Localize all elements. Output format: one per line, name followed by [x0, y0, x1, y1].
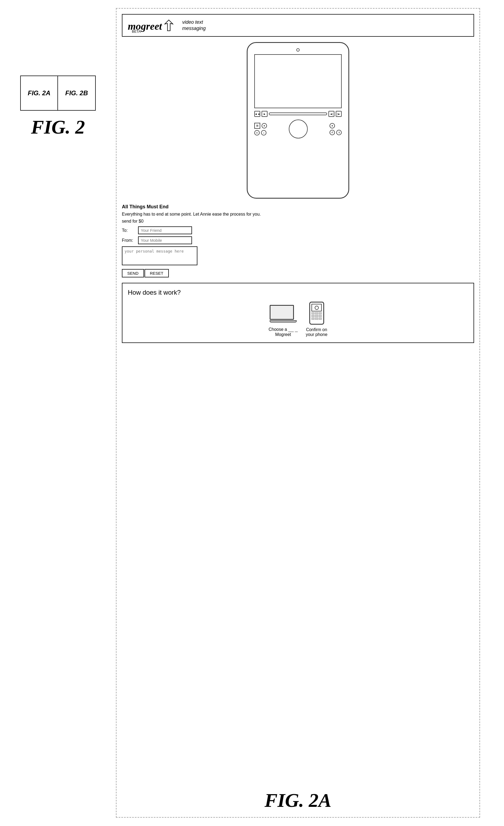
menu-btn[interactable]: ⊞: [254, 123, 260, 129]
logo-icon: [164, 19, 177, 32]
phone-section: ◄◄ ► ◄| |► ⊞ ● ⊙ ⌂: [247, 42, 349, 198]
phone-key: [311, 315, 314, 317]
send-button[interactable]: SEND: [122, 269, 144, 278]
right-panel: mogreet BETA video text messaging: [116, 8, 480, 818]
dot-btn: ●: [262, 123, 267, 128]
step1-line2: Mogreet: [275, 332, 291, 337]
progress-bar[interactable]: [269, 113, 327, 115]
to-row: To:: [122, 226, 474, 234]
prev-btn[interactable]: ◄|: [328, 111, 334, 117]
play-btn[interactable]: ►: [262, 111, 267, 117]
tagline-line2: messaging: [182, 25, 206, 32]
phone-body: ◄◄ ► ◄| |► ⊞ ● ⊙ ⌂: [247, 42, 349, 198]
phone-key: [319, 312, 322, 314]
record-btn[interactable]: ⊙: [254, 130, 260, 135]
laptop-caption: Choose a __ _ Mogreet: [268, 327, 298, 337]
phone-small-screen: [311, 304, 322, 311]
fig-2b-box: FIG. 2B: [58, 76, 95, 110]
phone-key: [319, 315, 322, 317]
reset-button[interactable]: RESET: [144, 269, 169, 278]
phone-caption: Confirm on your phone: [306, 327, 327, 337]
button-row: SEND RESET: [122, 269, 474, 278]
phone-small-grid: [311, 312, 322, 320]
phone-key: [315, 312, 318, 314]
phone-key: [315, 317, 318, 320]
back-btn[interactable]: ↺: [329, 130, 335, 135]
fig-2b-label: FIG. 2B: [65, 89, 88, 97]
how-item-laptop: Choose a __ _ Mogreet: [268, 305, 298, 337]
laptop-screen: [270, 305, 294, 320]
logo-area: mogreet BETA: [128, 19, 177, 32]
info-btn[interactable]: ℹ: [336, 130, 342, 135]
header-box: mogreet BETA video text messaging: [122, 14, 474, 37]
dashes: __ _: [288, 327, 298, 332]
phone-controls: ◄◄ ► ◄| |►: [254, 111, 342, 117]
to-input[interactable]: [138, 226, 192, 234]
phone-key: [319, 317, 322, 320]
step1-line1: Choose a: [268, 327, 287, 332]
fig-main-label: FIG. 2: [31, 116, 85, 138]
how-item-phone: Confirm on your phone: [306, 302, 327, 337]
send-price: send for $0: [122, 219, 474, 224]
next-btn[interactable]: |►: [336, 111, 342, 117]
left-panel: FIG. 2A FIG. 2B FIG. 2: [0, 0, 116, 826]
content-description: Everything has to end at some point. Let…: [122, 211, 474, 218]
fig-box: FIG. 2A FIG. 2B: [20, 75, 96, 111]
phone-camera: [296, 48, 300, 52]
home-btn[interactable]: ⌂: [261, 130, 266, 135]
page-container: FIG. 2A FIG. 2B FIG. 2 mogreet BETA: [0, 0, 504, 826]
beta-label: BETA: [132, 30, 141, 34]
laptop-base: [270, 320, 297, 322]
phone-key: [315, 315, 318, 317]
rewind-btn[interactable]: ◄◄: [254, 111, 260, 117]
fig-2a-label: FIG. 2A: [28, 89, 50, 97]
laptop-icon: [270, 305, 297, 324]
step2-line1: Confirm on: [306, 327, 327, 332]
phone-key: [311, 312, 314, 314]
phone-small-icon: [309, 302, 324, 324]
tagline-line1: video text: [182, 19, 206, 25]
how-section: How does it work? Choose a __ _ Mogreet: [122, 283, 474, 343]
tagline: video text messaging: [182, 19, 206, 32]
phone-nav-row: ⊞ ● ⊙ ⌂ ●: [254, 120, 342, 138]
content-section: All Things Must End Everything has to en…: [122, 204, 474, 278]
bottom-fig-label: FIG. 2A: [264, 789, 331, 812]
from-label: From:: [122, 238, 135, 243]
message-textarea[interactable]: [122, 246, 197, 265]
nav-center-btn[interactable]: [289, 120, 308, 138]
from-row: From:: [122, 236, 474, 244]
how-items: Choose a __ _ Mogreet: [128, 302, 468, 337]
phone-key: [311, 317, 314, 320]
step2-line2: your phone: [306, 332, 327, 337]
fig-2a-box: FIG. 2A: [21, 76, 58, 110]
phone-screen: [254, 54, 342, 108]
dot-btn2: ●: [329, 123, 335, 128]
from-input[interactable]: [138, 236, 192, 244]
to-label: To:: [122, 228, 135, 233]
how-title: How does it work?: [128, 289, 468, 296]
content-title: All Things Must End: [122, 204, 474, 210]
